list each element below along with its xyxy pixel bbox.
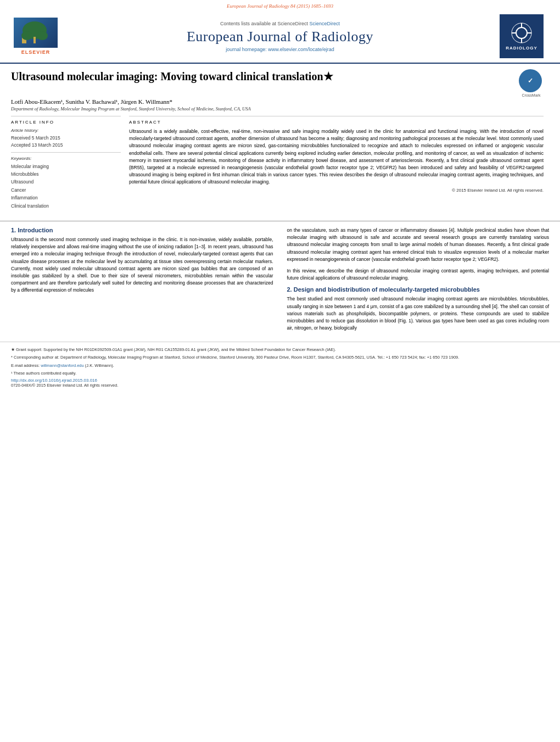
svg-rect-4 <box>33 37 36 43</box>
journal-url[interactable]: www.elsevier.com/locate/ejrad <box>268 47 334 52</box>
article-history-group: Article history: Received 5 March 2015 A… <box>11 128 121 153</box>
abstract-col: ABSTRACT Ultrasound is a widely availabl… <box>129 116 544 210</box>
email-label: E-mail address: <box>11 363 40 368</box>
keyword-microbubbles: Microbubbles <box>11 170 121 178</box>
email-address[interactable]: willmann@stanford.edu <box>41 363 84 368</box>
keywords-section: Keywords: Molecular imaging Microbubbles… <box>11 156 121 210</box>
article-authors: Lotfi Abou-Elkacem¹, Sunitha V. Bachawal… <box>11 98 544 105</box>
article-title: Ultrasound molecular imaging: Moving tow… <box>11 69 333 83</box>
radiology-label: RADIOLOGY <box>506 46 537 51</box>
svg-point-3 <box>37 31 48 40</box>
issn-note: 0720-048X/© 2015 Elsevier Ireland Ltd. A… <box>11 383 549 388</box>
doi-link[interactable]: http://dx.doi.org/10.1016/j.ejrad.2015.0… <box>11 378 549 383</box>
article-title-section: Ultrasound molecular imaging: Moving tow… <box>11 69 544 96</box>
body-content: 1. Introduction Ultrasound is the second… <box>0 227 560 336</box>
article-history-label: Article history: <box>11 128 121 133</box>
journal-homepage: journal homepage: www.elsevier.com/locat… <box>60 47 500 52</box>
citation-bar: European Journal of Radiology 84 (2015) … <box>0 0 560 10</box>
grant-note: ★ Grant support: Supported by the NIH R0… <box>11 347 549 353</box>
keyword-molecular-imaging: Molecular imaging <box>11 163 121 170</box>
keyword-inflammation: Inflammation <box>11 194 121 202</box>
keyword-ultrasound: Ultrasound <box>11 178 121 186</box>
radiology-icon <box>511 22 533 44</box>
journal-header: ELSEVIER Contents lists available at Sci… <box>0 10 560 64</box>
footer-section: ★ Grant support: Supported by the NIH R0… <box>0 342 560 388</box>
email-note: E-mail address: willmann@stanford.edu (J… <box>11 362 549 369</box>
article-content: Ultrasound molecular imaging: Moving tow… <box>0 64 560 215</box>
section2-p1: The best studied and most commonly used … <box>287 295 550 332</box>
corresponding-note: * Corresponding author at: Department of… <box>11 354 549 360</box>
received-date: Received 5 March 2015 <box>11 135 121 142</box>
abstract-copyright: © 2015 Elsevier Ireland Ltd. All rights … <box>129 188 544 193</box>
crossmark-label: CrossMark <box>519 93 544 97</box>
section-divider <box>0 221 560 221</box>
article-info-label: ARTICLE INFO <box>11 120 121 125</box>
intro-right-p1: on the vasculature, such as many types o… <box>287 227 550 263</box>
article-info-col: ARTICLE INFO Article history: Received 5… <box>11 116 121 210</box>
crossmark-icon: ✓ <box>519 69 542 92</box>
equal-contribution-note: ¹ These authors contributed equally. <box>11 370 549 376</box>
journal-title: European Journal of Radiology <box>60 29 500 45</box>
crossmark-badge: ✓ CrossMark <box>519 69 544 94</box>
contents-line: Contents lists available at ScienceDirec… <box>60 21 500 26</box>
elsevier-logo: ELSEVIER <box>11 18 60 55</box>
body-left-col: 1. Introduction Ultrasound is the second… <box>11 227 276 336</box>
citation-text: European Journal of Radiology 84 (2015) … <box>227 3 333 9</box>
email-person: (J.K. Willmann). <box>85 363 114 368</box>
intro-right-p2: In this review, we describe the design o… <box>287 267 550 282</box>
elsevier-tree-icon <box>19 20 52 45</box>
keyword-clinical-translation: Clinical translation <box>11 202 121 210</box>
accepted-date: Accepted 13 March 2015 <box>11 142 121 149</box>
intro-paragraph-1: Ultrasound is the second most commonly u… <box>11 236 273 294</box>
intro-heading: 1. Introduction <box>11 227 273 233</box>
radiology-badge: RADIOLOGY <box>500 14 544 58</box>
elsevier-logo-box <box>14 18 58 48</box>
article-affiliation: Department of Radiology, Molecular Imagi… <box>11 106 544 111</box>
svg-point-2 <box>21 31 32 40</box>
article-meta-row: ARTICLE INFO Article history: Received 5… <box>11 116 544 210</box>
abstract-label: ABSTRACT <box>129 120 544 125</box>
abstract-text: Ultrasound is a widely available, cost-e… <box>129 128 544 186</box>
section2-heading: 2. Design and biodistribution of molecul… <box>287 286 550 293</box>
elsevier-text: ELSEVIER <box>21 49 51 55</box>
keywords-label: Keywords: <box>11 156 121 161</box>
page-wrapper: European Journal of Radiology 84 (2015) … <box>0 0 560 388</box>
body-right-col: on the vasculature, such as many types o… <box>284 227 550 336</box>
keyword-cancer: Cancer <box>11 186 121 194</box>
journal-center: Contents lists available at ScienceDirec… <box>60 21 500 52</box>
